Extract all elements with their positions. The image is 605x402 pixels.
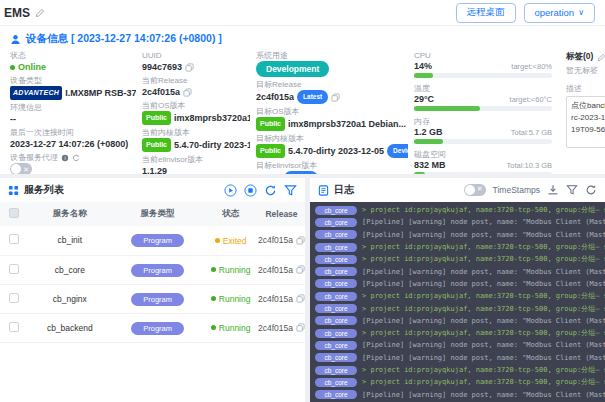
row-checkbox[interactable] — [9, 322, 19, 332]
progress-track — [414, 139, 552, 144]
log-service-badge: cb_core — [315, 316, 357, 325]
target-release-value: 2c4f015a — [256, 91, 294, 103]
copy-icon[interactable] — [296, 236, 305, 245]
metric-target: Total:5.7 GB — [511, 128, 552, 137]
public-badge: Public — [142, 111, 171, 125]
timestamps-toggle[interactable]: ✕ — [464, 184, 486, 196]
cur-os-value: imx8mprsb3720a1 Deb... — [174, 112, 250, 124]
cur-release-value: 2c4f015a — [142, 86, 180, 98]
copy-icon[interactable] — [183, 88, 192, 97]
env-label: 环境信息 — [10, 103, 136, 113]
col-name: 服务名称 — [28, 202, 112, 226]
metric-label: 温度 — [414, 84, 552, 94]
copy-icon[interactable] — [296, 323, 305, 332]
log-service-badge: cb_core — [315, 267, 357, 276]
public-badge: Public — [142, 138, 171, 152]
target-os-value: imx8mprsb3720a1 Debian... — [288, 118, 406, 130]
log-line: cb_core > project id:projayqkujaf, name:… — [315, 327, 605, 339]
col-status: 状态 — [203, 202, 258, 226]
device-col-general: 状态 Online 设备类型 ADVANTECHI.MX8MP RSB-372.… — [10, 51, 136, 174]
log-line: cb_core [Pipeline] [warning] node post, … — [315, 339, 605, 351]
metric-label: 内存 — [414, 117, 552, 127]
device-type-label: 设备类型 — [10, 76, 136, 86]
log-line: cb_core [Pipeline] [warning] node post, … — [315, 216, 605, 228]
device-info-title: 设备信息 [ 2023-12-27 14:07:26 (+0800) ] — [26, 32, 222, 46]
log-output[interactable]: cb_core > project id:projayqkujaf, name:… — [310, 202, 605, 402]
progress-fill — [414, 106, 480, 111]
log-line: cb_core [Pipeline] [warning] node post, … — [315, 278, 605, 290]
tags-empty-text: 暂无标签 — [566, 65, 605, 76]
service-row[interactable]: cb_init Program Exited 2c4f015a — [0, 226, 305, 255]
online-dot — [10, 65, 15, 70]
target-elinvisor-label: 目标elinvisor版本 — [256, 161, 408, 171]
cur-release-label: 当前Release — [142, 76, 250, 86]
page: EMS 远程桌面 operation ∨ 设备信息 [ 2023-12-27 1… — [0, 0, 605, 402]
log-text: > project id:projayqkujaf, name:3720-tcp… — [362, 377, 605, 387]
start-services-icon[interactable] — [224, 184, 237, 197]
cur-os-label: 当前OS版本 — [142, 101, 250, 111]
device-col-target: 系统用途 Development 目标Release 2c4f015a Late… — [256, 51, 408, 174]
service-row[interactable]: cb_core Program Running 2c4f015a — [0, 255, 305, 284]
download-icon[interactable] — [547, 184, 559, 196]
copy-icon[interactable] — [185, 63, 194, 72]
log-filter-icon[interactable] — [566, 184, 578, 196]
log-service-badge: cb_core — [315, 390, 357, 399]
agent-toggle[interactable]: ✕ — [10, 163, 32, 174]
log-service-badge: cb_core — [315, 230, 357, 239]
service-row[interactable]: cb_nginx Program Running 2c4f015a — [0, 284, 305, 313]
row-checkbox[interactable] — [9, 234, 19, 244]
log-text: [Pipeline] [warning] node post, name: "M… — [362, 268, 605, 276]
log-line: cb_core [Pipeline] [warning] node post, … — [315, 229, 605, 241]
metric-gauge: 内存 1.2 GB Total:5.7 GB — [414, 117, 552, 144]
log-text: [Pipeline] [warning] node post, name: "M… — [362, 218, 605, 226]
service-row[interactable]: cb_backend Program Running 2c4f015a — [0, 313, 305, 342]
log-service-badge: cb_core — [315, 279, 357, 288]
remote-desktop-button[interactable]: 远程桌面 — [456, 3, 516, 23]
edit-tags-icon[interactable] — [597, 53, 605, 62]
status-value: Online — [18, 61, 46, 73]
log-line: cb_core [Pipeline] [warning] node post, … — [315, 315, 605, 327]
metric-label: 磁盘空间 — [414, 150, 552, 160]
public-badge: Public — [256, 144, 285, 158]
target-os-label: 目标OS版本 — [256, 107, 408, 117]
description-field[interactable]: 点位banchmark rc-2023-12-19T09-56-28 — [566, 96, 605, 148]
copy-icon[interactable] — [331, 93, 340, 102]
log-text: > project id:projayqkujaf, name:3720-tcp… — [362, 242, 605, 252]
log-service-badge: cb_core — [315, 378, 357, 387]
public-badge: Public — [256, 117, 285, 131]
stop-services-icon[interactable] — [244, 184, 257, 197]
edit-title-icon[interactable] — [35, 8, 45, 18]
filter-icon[interactable] — [284, 184, 297, 197]
target-kernel-label: 目标内核版本 — [256, 134, 408, 144]
log-text: [Pipeline] [warning] node post, name: "M… — [362, 231, 605, 239]
progress-track — [414, 73, 552, 78]
service-list-title: 服务列表 — [24, 183, 64, 197]
info-icon[interactable]: i — [61, 154, 69, 162]
copy-icon[interactable] — [296, 265, 305, 274]
log-line: cb_core [Pipeline] [warning] node post, … — [315, 388, 605, 400]
operation-label: operation — [535, 7, 575, 18]
program-badge: Program — [131, 322, 184, 335]
refresh-icon[interactable] — [264, 184, 277, 197]
metric-gauge: 温度 29°C target:<60°C — [414, 84, 552, 111]
log-text: > project id:projayqkujaf, name:3720-tcp… — [362, 205, 605, 215]
agent-label: 设备服务代理 — [10, 153, 58, 163]
metric-value: 832 MB — [414, 160, 446, 170]
row-checkbox[interactable] — [9, 293, 19, 303]
cur-elinvisor-label: 当前elinvisor版本 — [142, 155, 250, 165]
select-all-checkbox[interactable] — [9, 208, 19, 218]
service-status: Running — [211, 294, 251, 304]
service-status: Running — [211, 265, 251, 275]
log-text: > project id:projayqkujaf, name:3720-tcp… — [362, 254, 605, 264]
log-line: cb_core > project id:projayqkujaf, name:… — [315, 253, 605, 265]
operation-dropdown[interactable]: operation ∨ — [524, 3, 595, 23]
log-text: > project id:projayqkujaf, name:3720-tcp… — [362, 291, 605, 301]
copy-icon[interactable] — [296, 294, 305, 303]
row-checkbox[interactable] — [9, 264, 19, 274]
log-service-badge: cb_core — [315, 329, 357, 338]
log-refresh-icon[interactable] — [585, 184, 597, 196]
service-status: Running — [211, 323, 251, 333]
service-name: cb_init — [28, 226, 112, 255]
program-badge: Program — [131, 293, 184, 306]
refresh-small-icon[interactable] — [72, 154, 80, 162]
